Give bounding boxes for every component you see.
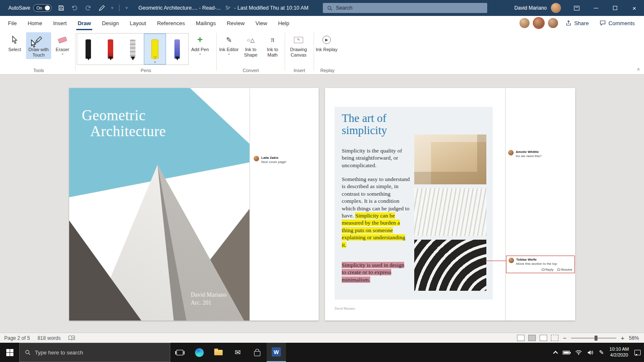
collaborator-avatar-2[interactable] <box>534 18 544 28</box>
reply-button[interactable]: Reply <box>542 268 553 272</box>
tools-group-label: Tools <box>3 68 74 73</box>
resolve-button[interactable]: Resolve <box>557 268 572 272</box>
tab-layout[interactable]: Layout <box>124 16 151 30</box>
action-center-button[interactable] <box>634 350 641 355</box>
proofing-icon[interactable] <box>68 335 75 341</box>
collapse-ribbon-chevron[interactable]: ˄ <box>637 67 640 72</box>
file-explorer-button[interactable] <box>209 343 228 362</box>
tab-review[interactable]: Review <box>221 16 250 30</box>
folder-icon <box>214 350 223 355</box>
taskbar-search-input[interactable] <box>35 349 156 356</box>
comments-button[interactable]: Comments <box>596 20 638 26</box>
ink-tool-icon[interactable] <box>98 4 105 12</box>
page-indicator[interactable]: Page 2 of 5 <box>4 335 30 341</box>
redo-icon[interactable] <box>84 4 92 12</box>
resolve-label: Resolve <box>561 268 572 272</box>
share-button[interactable]: Share <box>562 20 592 26</box>
store-button[interactable] <box>247 343 267 362</box>
titlebar-search[interactable] <box>323 3 487 13</box>
mail-button[interactable]: ✉ <box>228 343 247 362</box>
comments-icon <box>600 20 606 26</box>
tab-mailings[interactable]: Mailings <box>190 16 221 30</box>
titlebar-right: David Mariano × <box>514 0 644 16</box>
user-avatar[interactable] <box>551 3 561 13</box>
zoom-percentage[interactable]: 56% <box>629 335 639 341</box>
autosave-state: On <box>35 6 42 10</box>
page-2[interactable]: The art of simplicity Simplicity is the … <box>325 88 575 321</box>
page-1[interactable]: Geometric Architecture David Mariano Arc… <box>69 88 319 321</box>
add-pen-chevron[interactable]: ˅ <box>199 54 201 56</box>
ink-to-math-button[interactable]: π Ink to Math <box>262 32 283 59</box>
zoom-slider[interactable] <box>571 335 616 341</box>
tab-design[interactable]: Design <box>96 16 124 30</box>
tab-file[interactable]: File <box>3 16 22 30</box>
maximize-button[interactable] <box>605 0 625 16</box>
task-view-button[interactable] <box>170 343 190 362</box>
tray-expand-chevron[interactable] <box>554 350 557 355</box>
word-count[interactable]: 818 words <box>37 335 60 341</box>
red-pen-icon <box>108 39 113 59</box>
zoom-slider-thumb[interactable] <box>595 336 597 341</box>
tab-draw[interactable]: Draw <box>72 16 96 30</box>
windows-ink-icon[interactable]: ✎ <box>599 349 604 356</box>
maximize-icon <box>613 6 617 10</box>
galaxy-pen-icon <box>174 39 180 59</box>
select-button[interactable]: Select <box>3 32 26 54</box>
word-app-button[interactable]: W <box>267 343 286 362</box>
tab-home[interactable]: Home <box>22 16 48 30</box>
volume-icon[interactable] <box>587 350 594 355</box>
ink-editor-button[interactable]: ✎ Ink Editor ˅ <box>218 32 240 57</box>
zoom-out-button[interactable]: − <box>562 334 567 341</box>
ink-replay-button[interactable]: ▶ Ink Replay <box>315 32 338 54</box>
edge-browser-button[interactable] <box>190 343 209 362</box>
draw-with-touch-icon <box>34 34 43 46</box>
search-input[interactable] <box>336 5 474 11</box>
read-mode-button[interactable] <box>517 335 525 341</box>
pen-galaxy[interactable] <box>166 34 188 65</box>
undo-icon[interactable] <box>71 4 78 12</box>
ink-to-shape-button[interactable]: ○△ Ink to Shape <box>240 32 262 59</box>
collaborator-avatar-1[interactable] <box>519 18 530 28</box>
customize-toolbar-chevron[interactable]: ˅ <box>125 6 127 10</box>
draw-with-touch-button[interactable]: Draw with Touch <box>26 32 51 59</box>
web-layout-button[interactable] <box>540 335 547 341</box>
pen-black[interactable] <box>77 34 99 65</box>
comment-amelie[interactable]: Amelie Whittle Do we need this? <box>508 150 569 159</box>
window-title: Geometric Architecture.... - Read-... - … <box>138 0 309 16</box>
group-separator <box>285 33 285 71</box>
tab-help[interactable]: Help <box>273 16 295 30</box>
taskbar-search[interactable] <box>19 343 170 362</box>
eraser-dropdown-chevron[interactable]: ˅ <box>62 54 64 56</box>
highlighter-options-chevron[interactable]: ˅ <box>144 61 166 64</box>
focus-mode-button[interactable] <box>551 335 558 341</box>
save-icon[interactable] <box>57 4 65 12</box>
autosave-toggle[interactable]: On <box>33 4 52 12</box>
ribbon-display-options-button[interactable] <box>567 0 586 16</box>
tab-view[interactable]: View <box>250 16 273 30</box>
tab-insert[interactable]: Insert <box>48 16 73 30</box>
group-pens: ˅ + Add Pen ˅ Pens <box>77 30 215 74</box>
comment-tobias[interactable]: Tobias Wolfe Move this section to the to… <box>506 256 575 273</box>
pen-highlighter-yellow[interactable]: ˅ <box>144 34 166 65</box>
ink-editor-chevron[interactable]: ˅ <box>228 54 230 56</box>
tab-references[interactable]: References <box>151 16 190 30</box>
pen-pencil[interactable] <box>122 34 144 65</box>
start-button[interactable] <box>0 343 19 362</box>
pen-red[interactable] <box>99 34 122 65</box>
eraser-button[interactable]: Eraser ˅ <box>51 32 74 57</box>
document-canvas[interactable]: Geometric Architecture David Mariano Arc… <box>0 75 644 333</box>
minimize-button[interactable] <box>586 0 605 16</box>
ink-tool-dropdown-chevron[interactable]: ˅ <box>111 6 113 10</box>
print-layout-button[interactable] <box>528 335 536 341</box>
network-icon[interactable] <box>575 350 582 355</box>
zoom-in-button[interactable]: + <box>620 334 625 341</box>
convert-group-label: Convert <box>218 68 283 73</box>
drawing-canvas-button[interactable]: ✎ Drawing Canvas <box>286 32 311 59</box>
taskbar-clock[interactable]: 10:10 AM 4/2/2020 <box>610 346 629 358</box>
collaboration-area: Share Comments <box>519 16 638 30</box>
close-button[interactable]: × <box>625 0 644 16</box>
comment-laila[interactable]: Laila Zakis Nice cover page! <box>254 156 314 165</box>
add-pen-button[interactable]: + Add Pen ˅ <box>189 32 211 57</box>
battery-icon[interactable] <box>563 351 570 354</box>
collaborator-avatar-3[interactable] <box>548 18 558 28</box>
